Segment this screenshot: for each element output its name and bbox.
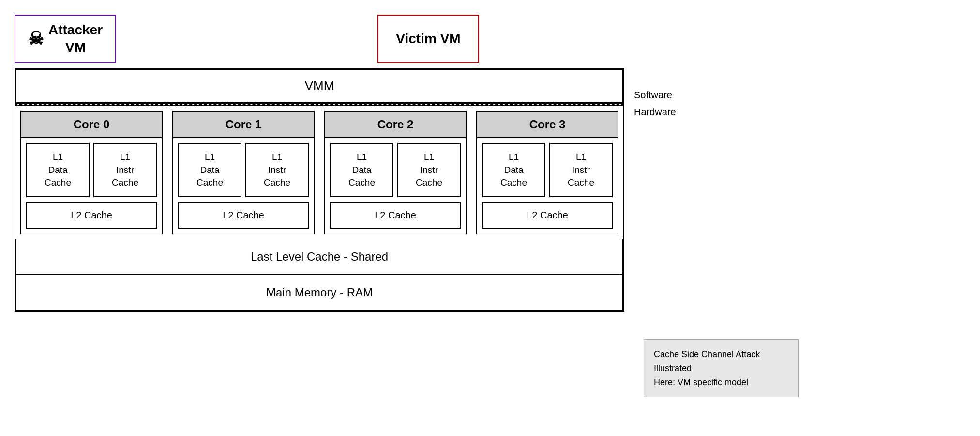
software-wrapper: VMM — [15, 68, 624, 104]
llc-label: Last Level Cache - Shared — [251, 250, 388, 263]
attacker-vm-box: ☠ AttackerVM — [15, 15, 116, 63]
core-1-l1-row: L1DataCache L1InstrCache — [178, 143, 309, 197]
core-1-box: Core 1 L1DataCache L1InstrCache L2 Cache — [172, 111, 315, 234]
core-1-header: Core 1 — [173, 112, 314, 138]
vm-row: ☠ AttackerVM Victim VM — [15, 15, 624, 68]
hardware-label: Hardware — [634, 107, 676, 118]
victim-vm-box: Victim VM — [377, 15, 479, 63]
victim-vm-label: Victim VM — [396, 31, 460, 47]
core-0-l1-data: L1DataCache — [26, 143, 90, 197]
vmm-bar: VMM — [15, 69, 623, 103]
core-3-l1-row: L1DataCache L1InstrCache — [482, 143, 613, 197]
core-1-l1-data: L1DataCache — [178, 143, 241, 197]
main-memory-bar: Main Memory - RAM — [15, 275, 623, 311]
core-1-body: L1DataCache L1InstrCache L2 Cache — [173, 138, 314, 234]
core-0-l1-instr: L1InstrCache — [93, 143, 157, 197]
core-2-l2: L2 Cache — [330, 202, 461, 229]
vmm-label: VMM — [305, 78, 334, 93]
core-3-l1-data: L1DataCache — [482, 143, 545, 197]
core-3-header: Core 3 — [477, 112, 618, 138]
hardware-outer: Core 0 L1DataCache L1InstrCache L2 Cache… — [15, 105, 624, 312]
software-label: Software — [634, 90, 672, 101]
legend-line2: Here: VM specific model — [654, 377, 748, 387]
core-3-body: L1DataCache L1InstrCache L2 Cache — [477, 138, 618, 234]
core-0-box: Core 0 L1DataCache L1InstrCache L2 Cache — [20, 111, 163, 234]
core-2-header: Core 2 — [325, 112, 466, 138]
core-2-l1-row: L1DataCache L1InstrCache — [330, 143, 461, 197]
core-2-body: L1DataCache L1InstrCache L2 Cache — [325, 138, 466, 234]
core-2-l1-data: L1DataCache — [330, 143, 393, 197]
core-2-box: Core 2 L1DataCache L1InstrCache L2 Cache — [324, 111, 467, 234]
cores-row: Core 0 L1DataCache L1InstrCache L2 Cache… — [15, 106, 623, 239]
attacker-vm-label: AttackerVM — [48, 21, 103, 57]
core-3-box: Core 3 L1DataCache L1InstrCache L2 Cache — [476, 111, 618, 234]
core-0-header: Core 0 — [21, 112, 162, 138]
llc-bar: Last Level Cache - Shared — [15, 239, 623, 275]
main-memory-label: Main Memory - RAM — [266, 286, 373, 299]
core-0-body: L1DataCache L1InstrCache L2 Cache — [21, 138, 162, 234]
core-3-l2: L2 Cache — [482, 202, 613, 229]
main-container: ☠ AttackerVM Victim VM VMM Core 0 L1Data… — [15, 15, 624, 312]
core-0-l2: L2 Cache — [26, 202, 157, 229]
core-1-l2: L2 Cache — [178, 202, 309, 229]
core-0-l1-row: L1DataCache L1InstrCache — [26, 143, 157, 197]
legend-line1: Cache Side Channel Attack Illustrated — [654, 349, 760, 373]
skull-icon: ☠ — [28, 29, 44, 49]
core-3-l1-instr: L1InstrCache — [549, 143, 613, 197]
core-1-l1-instr: L1InstrCache — [245, 143, 309, 197]
legend-box: Cache Side Channel Attack Illustrated He… — [644, 339, 799, 397]
core-2-l1-instr: L1InstrCache — [397, 143, 461, 197]
